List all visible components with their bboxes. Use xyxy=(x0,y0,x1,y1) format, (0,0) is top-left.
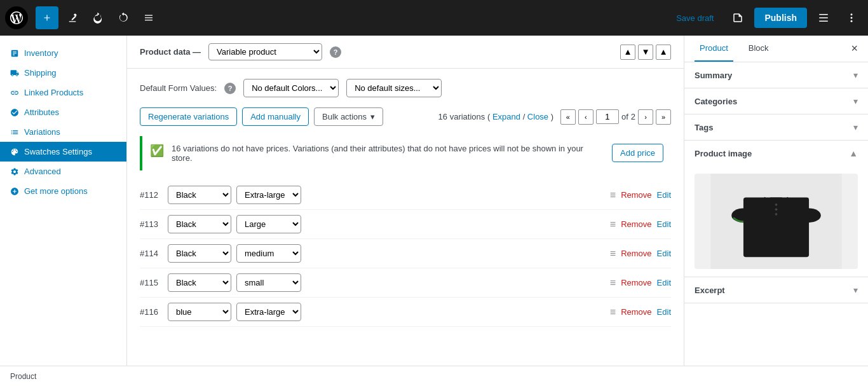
sidebar-item-swatches-settings[interactable]: Swatches Settings xyxy=(0,142,126,162)
variation-size-select[interactable]: Large Extra-largeLargemediumsmall xyxy=(236,215,301,233)
svg-point-9 xyxy=(731,208,756,223)
variation-size-select[interactable]: Extra-large Extra-largeLargemediumsmall xyxy=(236,303,301,321)
variation-size-select[interactable]: medium Extra-largeLargemediumsmall xyxy=(236,244,301,263)
panel-section-excerpt: Excerpt ▾ xyxy=(684,277,868,303)
wordpress-icon xyxy=(10,11,23,24)
pagination-parens-close: ) xyxy=(551,112,553,121)
sidebar-item-get-more-options[interactable]: Get more options xyxy=(0,181,126,201)
summary-title: Summary xyxy=(695,71,732,80)
svg-point-4 xyxy=(851,17,853,19)
preview-button[interactable] xyxy=(726,6,749,29)
last-page-button[interactable]: » xyxy=(656,109,671,125)
inventory-icon xyxy=(10,49,19,58)
close-link[interactable]: Close xyxy=(527,112,548,121)
svg-point-13 xyxy=(775,213,778,216)
svg-rect-0 xyxy=(819,14,828,15)
variation-size-select[interactable]: Extra-large Extra-largeLargemediumsmall xyxy=(236,186,301,204)
variations-notice: ✅ 16 variations do not have prices. Vari… xyxy=(140,136,671,170)
right-panel-tabs: Product Block × xyxy=(684,36,868,62)
more-options-button[interactable] xyxy=(840,6,863,29)
drag-handle-icon: ≡ xyxy=(610,307,616,318)
edit-variation-link[interactable]: Edit xyxy=(657,278,671,287)
main-layout: Inventory Shipping Linked Products Attri… xyxy=(0,36,868,386)
remove-variation-link[interactable]: Remove xyxy=(621,190,651,200)
edit-variation-link[interactable]: Edit xyxy=(657,249,671,258)
variation-color-select[interactable]: Black Blackblueredwhite xyxy=(168,186,231,204)
product-image xyxy=(695,174,858,269)
first-page-button[interactable]: « xyxy=(560,109,576,125)
help-icon[interactable]: ? xyxy=(330,46,341,58)
excerpt-title: Excerpt xyxy=(695,286,725,295)
edit-variation-link[interactable]: Edit xyxy=(657,307,671,317)
table-row: #114 Black Blackblueredwhite medium Extr… xyxy=(140,239,671,268)
default-form-row: Default Form Values: ? No default Colors… xyxy=(140,79,671,97)
bulk-actions-button[interactable]: Bulk actions ▾ xyxy=(314,107,383,126)
remove-variation-link[interactable]: Remove xyxy=(621,249,651,258)
toolbar-right: Save draft Publish xyxy=(668,6,863,29)
remove-variation-link[interactable]: Remove xyxy=(621,219,651,229)
default-colors-select[interactable]: No default Colors... xyxy=(243,79,339,97)
variation-color-select[interactable]: Black Blackblueredwhite xyxy=(168,273,231,292)
save-draft-button[interactable]: Save draft xyxy=(668,10,721,27)
expand-button[interactable]: ▲ xyxy=(656,45,671,60)
settings-icon xyxy=(818,12,829,24)
sidebar-item-advanced[interactable]: Advanced xyxy=(0,162,126,181)
variation-id: #115 xyxy=(140,278,163,287)
regenerate-variations-button[interactable]: Regenerate variations xyxy=(140,107,237,126)
panel-section-product-image: Product image ▲ xyxy=(684,141,868,277)
sidebar-item-swatches-label: Swatches Settings xyxy=(24,147,92,156)
action-buttons-row: Regenerate variations Add manually Bulk … xyxy=(140,107,671,126)
edit-button[interactable] xyxy=(61,6,84,29)
edit-variation-link[interactable]: Edit xyxy=(657,219,671,229)
variation-color-select[interactable]: Black Blackblueredwhite xyxy=(168,215,231,233)
list-view-button[interactable] xyxy=(137,6,160,29)
variation-color-select[interactable]: Black Blackblueredwhite xyxy=(168,244,231,263)
variation-size-select[interactable]: small Extra-largeLargemediumsmall xyxy=(236,273,301,292)
default-form-help-icon[interactable]: ? xyxy=(224,83,236,94)
product-image-section xyxy=(684,166,868,277)
collapse-down-button[interactable]: ▼ xyxy=(638,45,653,60)
panel-section-tags-header[interactable]: Tags ▾ xyxy=(684,114,868,140)
panel-section-summary-header[interactable]: Summary ▾ xyxy=(684,62,868,88)
page-number-input[interactable] xyxy=(596,109,619,124)
sidebar-item-attributes-label: Attributes xyxy=(24,107,59,117)
sidebar-item-linked-products[interactable]: Linked Products xyxy=(0,83,126,102)
sidebar-item-attributes[interactable]: Attributes xyxy=(0,102,126,122)
sidebar-item-get-more-options-label: Get more options xyxy=(24,186,88,196)
redo-button[interactable] xyxy=(112,6,135,29)
sidebar-item-shipping[interactable]: Shipping xyxy=(0,63,126,83)
notice-text: 16 variations do not have prices. Variat… xyxy=(172,144,604,163)
prev-page-button[interactable]: ‹ xyxy=(578,109,593,125)
product-type-select[interactable]: Variable product Simple product Grouped … xyxy=(208,43,322,60)
right-panel: Product Block × Summary ▾ Categories ▾ T… xyxy=(684,36,868,386)
categories-toggle-icon: ▾ xyxy=(853,96,858,106)
edit-variation-link[interactable]: Edit xyxy=(657,190,671,200)
panel-close-button[interactable]: × xyxy=(851,42,858,55)
tab-product[interactable]: Product xyxy=(695,36,733,62)
settings-toggle-button[interactable] xyxy=(812,6,835,29)
header-arrows: ▲ ▼ ▲ xyxy=(620,45,671,60)
default-sizes-select[interactable]: No default sizes... xyxy=(346,79,442,97)
panel-section-product-image-header[interactable]: Product image ▲ xyxy=(684,141,868,166)
drag-handle-icon: ≡ xyxy=(610,277,616,289)
add-manually-button[interactable]: Add manually xyxy=(242,107,309,126)
undo-button[interactable] xyxy=(86,6,109,29)
add-price-button[interactable]: Add price xyxy=(612,144,663,162)
sidebar-item-inventory[interactable]: Inventory xyxy=(0,43,126,63)
collapse-up-button[interactable]: ▲ xyxy=(620,45,635,60)
table-row: #116 blue Blackblueredwhite Extra-large … xyxy=(140,298,671,327)
publish-button[interactable]: Publish xyxy=(754,8,807,28)
remove-variation-link[interactable]: Remove xyxy=(621,307,651,317)
variation-color-select[interactable]: blue Blackblueredwhite xyxy=(168,303,231,321)
product-image-container[interactable] xyxy=(695,174,858,269)
remove-variation-link[interactable]: Remove xyxy=(621,278,651,287)
attributes-icon xyxy=(10,108,19,117)
expand-link[interactable]: Expand xyxy=(492,112,520,121)
add-block-button[interactable] xyxy=(36,6,58,29)
summary-toggle-icon: ▾ xyxy=(853,70,858,80)
tab-block[interactable]: Block xyxy=(743,36,774,62)
sidebar-item-variations[interactable]: Variations xyxy=(0,122,126,142)
panel-section-categories-header[interactable]: Categories ▾ xyxy=(684,88,868,114)
panel-section-excerpt-header[interactable]: Excerpt ▾ xyxy=(684,277,868,303)
next-page-button[interactable]: › xyxy=(638,109,653,125)
